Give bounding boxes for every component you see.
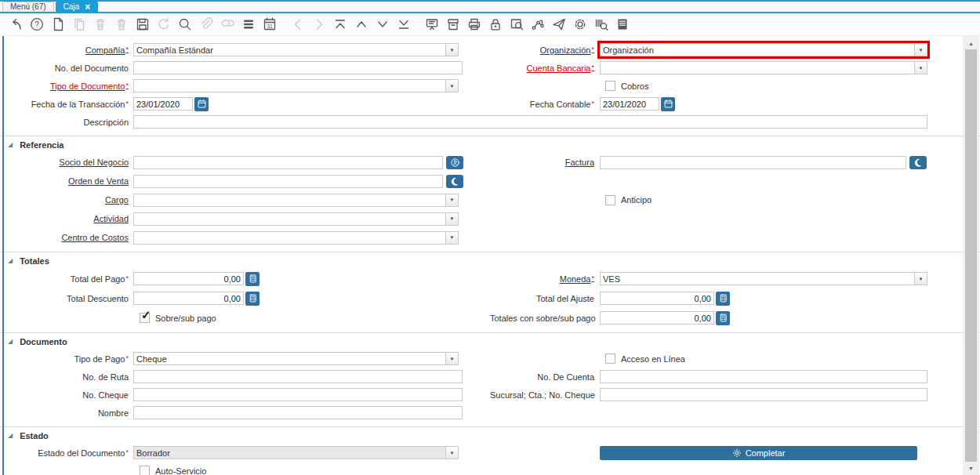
tipo-de-pago-select[interactable]: Cheque▼ <box>133 352 459 365</box>
moneda-select[interactable]: VES▼ <box>600 272 927 285</box>
undo-icon[interactable] <box>7 16 24 33</box>
settings-icon[interactable] <box>572 16 588 33</box>
dropdown-button[interactable]: ▼ <box>445 232 458 244</box>
totales-con-sobre-sub-pago-input[interactable] <box>600 311 714 325</box>
scroll-up-icon[interactable]: ▲ <box>963 38 979 49</box>
calculator-button[interactable] <box>245 272 260 286</box>
factura-label[interactable]: Factura <box>490 158 600 167</box>
actividad-label[interactable]: Actividad <box>4 214 133 223</box>
calendar-icon[interactable]: 31 <box>261 16 278 33</box>
fecha-contable-input[interactable] <box>600 97 659 111</box>
vertical-scrollbar[interactable]: ▲ ▼ <box>963 36 979 475</box>
estado-del-documento-select[interactable]: Borrador▼ <box>133 446 459 459</box>
total-del-pago-input[interactable] <box>133 272 244 285</box>
compania-label[interactable]: Compañía* <box>4 45 133 55</box>
descripcion-input[interactable] <box>133 115 927 129</box>
factura-input[interactable] <box>600 156 906 169</box>
print-preview-icon[interactable] <box>508 16 524 33</box>
help-icon[interactable]: ? <box>28 16 45 33</box>
previous-record-icon[interactable] <box>353 16 369 33</box>
cargo-label[interactable]: Cargo <box>4 195 133 205</box>
no-cheque-input[interactable] <box>133 388 463 401</box>
grid-toggle-icon[interactable] <box>240 16 256 33</box>
collapse-triangle-icon[interactable]: ◢ <box>8 258 13 264</box>
total-descuento-input[interactable] <box>133 292 244 305</box>
dropdown-button[interactable]: ▼ <box>445 80 458 92</box>
section-header-documento[interactable]: ◢Documento <box>4 333 980 350</box>
dropdown-button[interactable]: ▼ <box>445 213 458 225</box>
workflow-icon[interactable] <box>529 16 546 33</box>
archive-icon[interactable] <box>445 16 461 33</box>
no-del-documento-input[interactable] <box>133 61 463 74</box>
cargo-select[interactable]: ▼ <box>133 194 459 207</box>
fecha-de-la-transaccion-input[interactable] <box>133 97 193 111</box>
record-search-button[interactable] <box>446 175 463 188</box>
cuenta-bancaria-select[interactable]: ▼ <box>600 61 927 74</box>
compania-select[interactable]: Compañía Estándar▼ <box>133 43 459 56</box>
lock-icon[interactable] <box>487 16 503 33</box>
report-icon[interactable] <box>614 16 630 33</box>
save-icon[interactable] <box>134 16 151 33</box>
collapse-triangle-icon[interactable]: ◢ <box>8 142 13 148</box>
dropdown-button[interactable]: ▼ <box>914 273 927 285</box>
collapse-triangle-icon[interactable]: ◢ <box>8 433 13 439</box>
record-search-button[interactable] <box>909 156 927 169</box>
total-del-ajuste-input[interactable] <box>600 292 714 305</box>
dropdown-button[interactable]: ▼ <box>445 447 458 459</box>
no-de-ruta-input[interactable] <box>133 370 463 383</box>
scroll-down-icon[interactable]: ▼ <box>963 462 979 473</box>
orden-de-venta-label[interactable]: Orden de Venta <box>4 176 133 186</box>
form-cell-left: Compañía*Compañía Estándar▼ <box>4 41 490 59</box>
sobre-sub-pago-checkbox[interactable]: ✓ <box>140 313 150 323</box>
dropdown-button[interactable]: ▼ <box>914 44 927 56</box>
socio-del-negocio-label[interactable]: Socio del Negocio <box>4 158 133 167</box>
presentation-icon[interactable] <box>423 16 440 33</box>
business-partner-button[interactable] <box>446 156 463 169</box>
first-record-icon[interactable] <box>332 16 348 33</box>
centro-de-costos-label[interactable]: Centro de Costos <box>4 233 133 242</box>
orden-de-venta-input[interactable] <box>133 175 443 188</box>
auto-servicio-checkbox[interactable] <box>140 466 150 475</box>
last-record-icon[interactable] <box>395 16 412 33</box>
find-icon[interactable] <box>176 16 193 33</box>
section-header-estado[interactable]: ◢Estado <box>4 427 980 444</box>
tab-men-67[interactable]: Menú (67) <box>2 2 54 12</box>
acceso-en-linea-checkbox[interactable] <box>605 354 615 364</box>
actividad-select[interactable]: ▼ <box>133 212 459 226</box>
next-record-icon[interactable] <box>374 16 390 33</box>
send-icon[interactable] <box>550 16 567 33</box>
tipo-de-documento-label[interactable]: Tipo de Documento* <box>4 82 133 91</box>
cuenta-bancaria-label[interactable]: Cuenta Bancaria* <box>490 63 600 73</box>
socio-del-negocio-input[interactable] <box>133 156 443 169</box>
calculator-button[interactable] <box>716 292 730 306</box>
print-icon[interactable] <box>466 16 482 33</box>
anticipo-checkbox[interactable] <box>605 195 615 205</box>
sucursal-cta-no-cheque-input[interactable] <box>600 388 927 401</box>
scrollbar-thumb[interactable] <box>965 49 977 462</box>
calendar-button[interactable] <box>661 97 675 111</box>
collapse-triangle-icon[interactable]: ◢ <box>8 339 13 345</box>
dropdown-button[interactable]: ▼ <box>445 44 458 56</box>
organizacion-label[interactable]: Organización* <box>490 45 600 55</box>
completar-button[interactable]: Completar <box>600 446 917 460</box>
new-record-icon[interactable] <box>49 16 66 33</box>
calendar-button[interactable] <box>194 97 209 111</box>
dropdown-button[interactable]: ▼ <box>914 62 927 74</box>
calculator-button[interactable] <box>245 292 260 306</box>
no-de-cuenta-input[interactable] <box>600 370 927 383</box>
dropdown-button[interactable]: ▼ <box>445 353 458 364</box>
centro-de-costos-select[interactable]: ▼ <box>133 231 459 245</box>
tipo-de-documento-select[interactable]: ▼ <box>133 79 459 92</box>
section-header-totales[interactable]: ◢Totales <box>4 252 980 269</box>
moneda-label[interactable]: Moneda* <box>490 274 600 284</box>
close-icon[interactable]: × <box>85 2 90 12</box>
nombre-input[interactable] <box>133 406 463 419</box>
tab-caja[interactable]: Caja× <box>56 2 99 12</box>
dropdown-button[interactable]: ▼ <box>445 194 458 206</box>
product-info-icon[interactable] <box>593 16 609 33</box>
cobros-checkbox[interactable] <box>605 81 615 91</box>
organizacion-select[interactable]: Organización▼ <box>600 43 927 56</box>
calculator-button[interactable] <box>716 311 730 325</box>
calendar-mini-icon <box>663 99 673 109</box>
section-header-referencia[interactable]: ◢Referencia <box>4 136 980 153</box>
